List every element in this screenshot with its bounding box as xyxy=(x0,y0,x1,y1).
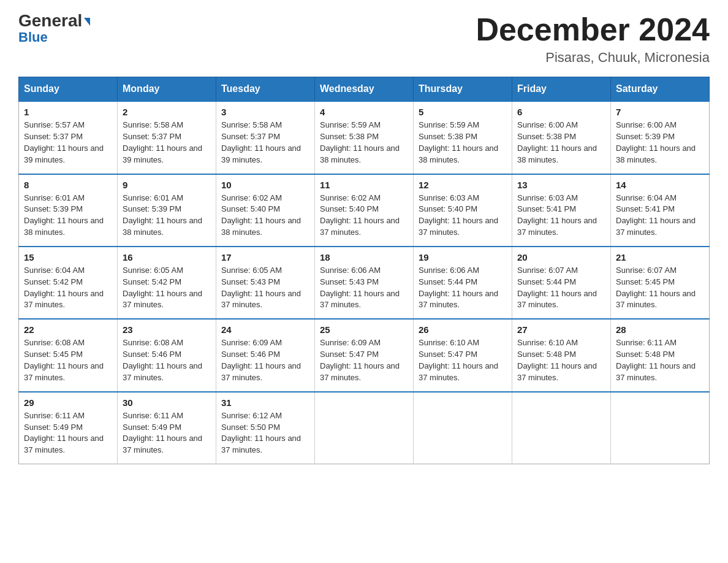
calendar-day-cell: 1Sunrise: 5:57 AMSunset: 5:37 PMDaylight… xyxy=(19,101,118,174)
day-info: Sunrise: 6:07 AMSunset: 5:45 PMDaylight:… xyxy=(616,265,704,311)
day-number: 6 xyxy=(517,107,605,117)
day-number: 9 xyxy=(123,180,211,190)
calendar-day-cell: 21Sunrise: 6:07 AMSunset: 5:45 PMDayligh… xyxy=(611,247,710,319)
calendar-day-cell: 28Sunrise: 6:11 AMSunset: 5:48 PMDayligh… xyxy=(611,319,710,391)
day-number: 13 xyxy=(517,180,605,190)
day-info: Sunrise: 5:57 AMSunset: 5:37 PMDaylight:… xyxy=(24,120,112,166)
day-number: 3 xyxy=(221,107,309,117)
logo: General Blue xyxy=(18,12,90,45)
day-number: 8 xyxy=(24,180,112,190)
calendar-day-cell xyxy=(414,392,512,464)
day-info: Sunrise: 6:04 AMSunset: 5:42 PMDaylight:… xyxy=(24,265,112,311)
day-number: 24 xyxy=(221,324,309,335)
calendar-day-cell: 5Sunrise: 5:59 AMSunset: 5:38 PMDaylight… xyxy=(414,101,512,174)
day-info: Sunrise: 6:05 AMSunset: 5:42 PMDaylight:… xyxy=(123,265,211,311)
day-of-week-header: Sunday xyxy=(19,77,118,102)
calendar-day-cell: 3Sunrise: 5:58 AMSunset: 5:37 PMDaylight… xyxy=(216,101,315,174)
calendar-day-cell: 30Sunrise: 6:11 AMSunset: 5:49 PMDayligh… xyxy=(118,392,216,464)
calendar-header-row: SundayMondayTuesdayWednesdayThursdayFrid… xyxy=(19,77,710,102)
day-info: Sunrise: 6:10 AMSunset: 5:48 PMDaylight:… xyxy=(517,337,605,383)
title-area: December 2024 Pisaras, Chuuk, Micronesia xyxy=(476,12,710,66)
day-info: Sunrise: 6:01 AMSunset: 5:39 PMDaylight:… xyxy=(24,193,112,239)
day-number: 21 xyxy=(616,252,704,262)
day-number: 7 xyxy=(616,107,704,117)
day-of-week-header: Wednesday xyxy=(315,77,414,102)
calendar-day-cell: 16Sunrise: 6:05 AMSunset: 5:42 PMDayligh… xyxy=(118,247,216,319)
calendar-day-cell: 6Sunrise: 6:00 AMSunset: 5:38 PMDaylight… xyxy=(512,101,611,174)
day-info: Sunrise: 6:06 AMSunset: 5:44 PMDaylight:… xyxy=(419,265,507,311)
day-of-week-header: Monday xyxy=(118,77,216,102)
location: Pisaras, Chuuk, Micronesia xyxy=(476,50,710,66)
logo-blue: Blue xyxy=(18,29,48,45)
day-info: Sunrise: 6:03 AMSunset: 5:41 PMDaylight:… xyxy=(517,193,605,239)
calendar-week-row: 1Sunrise: 5:57 AMSunset: 5:37 PMDaylight… xyxy=(19,101,710,174)
day-info: Sunrise: 6:04 AMSunset: 5:41 PMDaylight:… xyxy=(616,193,704,239)
day-info: Sunrise: 5:59 AMSunset: 5:38 PMDaylight:… xyxy=(320,120,408,166)
calendar-week-row: 29Sunrise: 6:11 AMSunset: 5:49 PMDayligh… xyxy=(19,392,710,464)
day-of-week-header: Thursday xyxy=(414,77,512,102)
calendar-day-cell: 13Sunrise: 6:03 AMSunset: 5:41 PMDayligh… xyxy=(512,174,611,247)
day-number: 28 xyxy=(616,324,704,335)
calendar-day-cell: 10Sunrise: 6:02 AMSunset: 5:40 PMDayligh… xyxy=(216,174,315,247)
day-number: 19 xyxy=(419,252,507,262)
calendar-week-row: 22Sunrise: 6:08 AMSunset: 5:45 PMDayligh… xyxy=(19,319,710,391)
calendar-day-cell: 20Sunrise: 6:07 AMSunset: 5:44 PMDayligh… xyxy=(512,247,611,319)
day-of-week-header: Tuesday xyxy=(216,77,315,102)
day-number: 5 xyxy=(419,107,507,117)
day-info: Sunrise: 6:02 AMSunset: 5:40 PMDaylight:… xyxy=(221,193,309,239)
day-number: 31 xyxy=(221,397,309,408)
calendar-day-cell xyxy=(315,392,414,464)
day-info: Sunrise: 6:12 AMSunset: 5:50 PMDaylight:… xyxy=(221,410,309,456)
calendar-day-cell xyxy=(611,392,710,464)
calendar-day-cell: 22Sunrise: 6:08 AMSunset: 5:45 PMDayligh… xyxy=(19,319,118,391)
calendar-day-cell: 23Sunrise: 6:08 AMSunset: 5:46 PMDayligh… xyxy=(118,319,216,391)
day-of-week-header: Saturday xyxy=(611,77,710,102)
day-number: 15 xyxy=(24,252,112,262)
calendar-day-cell: 8Sunrise: 6:01 AMSunset: 5:39 PMDaylight… xyxy=(19,174,118,247)
calendar-table: SundayMondayTuesdayWednesdayThursdayFrid… xyxy=(18,77,710,464)
day-number: 29 xyxy=(24,397,112,408)
day-info: Sunrise: 6:08 AMSunset: 5:45 PMDaylight:… xyxy=(24,337,112,383)
logo-arrow-icon xyxy=(84,18,90,26)
calendar-day-cell: 11Sunrise: 6:02 AMSunset: 5:40 PMDayligh… xyxy=(315,174,414,247)
calendar-week-row: 8Sunrise: 6:01 AMSunset: 5:39 PMDaylight… xyxy=(19,174,710,247)
day-info: Sunrise: 6:05 AMSunset: 5:43 PMDaylight:… xyxy=(221,265,309,311)
day-number: 2 xyxy=(123,107,211,117)
day-number: 4 xyxy=(320,107,408,117)
calendar-day-cell: 29Sunrise: 6:11 AMSunset: 5:49 PMDayligh… xyxy=(19,392,118,464)
day-number: 30 xyxy=(123,397,211,408)
day-number: 17 xyxy=(221,252,309,262)
calendar-day-cell: 2Sunrise: 5:58 AMSunset: 5:37 PMDaylight… xyxy=(118,101,216,174)
calendar-day-cell: 15Sunrise: 6:04 AMSunset: 5:42 PMDayligh… xyxy=(19,247,118,319)
day-number: 12 xyxy=(419,180,507,190)
day-number: 23 xyxy=(123,324,211,335)
day-info: Sunrise: 6:11 AMSunset: 5:49 PMDaylight:… xyxy=(24,410,112,456)
day-info: Sunrise: 6:11 AMSunset: 5:48 PMDaylight:… xyxy=(616,337,704,383)
day-number: 16 xyxy=(123,252,211,262)
page-header: General Blue December 2024 Pisaras, Chuu… xyxy=(18,12,710,66)
day-info: Sunrise: 5:58 AMSunset: 5:37 PMDaylight:… xyxy=(221,120,309,166)
day-number: 20 xyxy=(517,252,605,262)
calendar-day-cell: 9Sunrise: 6:01 AMSunset: 5:39 PMDaylight… xyxy=(118,174,216,247)
day-info: Sunrise: 6:02 AMSunset: 5:40 PMDaylight:… xyxy=(320,193,408,239)
day-info: Sunrise: 6:10 AMSunset: 5:47 PMDaylight:… xyxy=(419,337,507,383)
calendar-day-cell: 25Sunrise: 6:09 AMSunset: 5:47 PMDayligh… xyxy=(315,319,414,391)
day-number: 14 xyxy=(616,180,704,190)
day-number: 22 xyxy=(24,324,112,335)
calendar-day-cell xyxy=(512,392,611,464)
calendar-day-cell: 19Sunrise: 6:06 AMSunset: 5:44 PMDayligh… xyxy=(414,247,512,319)
calendar-day-cell: 12Sunrise: 6:03 AMSunset: 5:40 PMDayligh… xyxy=(414,174,512,247)
calendar-day-cell: 4Sunrise: 5:59 AMSunset: 5:38 PMDaylight… xyxy=(315,101,414,174)
calendar-day-cell: 27Sunrise: 6:10 AMSunset: 5:48 PMDayligh… xyxy=(512,319,611,391)
logo-general: General xyxy=(18,12,90,29)
calendar-day-cell: 26Sunrise: 6:10 AMSunset: 5:47 PMDayligh… xyxy=(414,319,512,391)
day-number: 27 xyxy=(517,324,605,335)
day-info: Sunrise: 6:08 AMSunset: 5:46 PMDaylight:… xyxy=(123,337,211,383)
day-number: 1 xyxy=(24,107,112,117)
day-info: Sunrise: 5:59 AMSunset: 5:38 PMDaylight:… xyxy=(419,120,507,166)
month-title: December 2024 xyxy=(476,12,710,47)
day-number: 11 xyxy=(320,180,408,190)
day-info: Sunrise: 6:07 AMSunset: 5:44 PMDaylight:… xyxy=(517,265,605,311)
calendar-day-cell: 31Sunrise: 6:12 AMSunset: 5:50 PMDayligh… xyxy=(216,392,315,464)
calendar-day-cell: 14Sunrise: 6:04 AMSunset: 5:41 PMDayligh… xyxy=(611,174,710,247)
